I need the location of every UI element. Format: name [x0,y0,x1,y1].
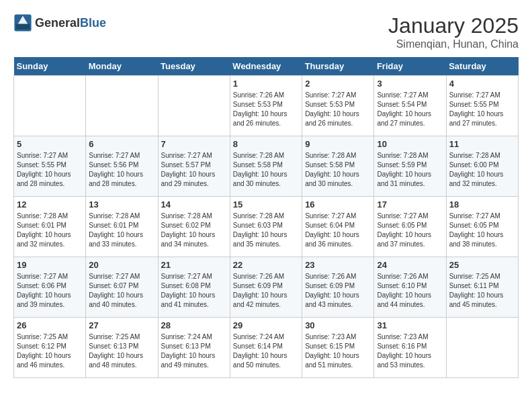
calendar-cell: 22Sunrise: 7:26 AMSunset: 6:09 PMDayligh… [230,257,302,318]
calendar-cell: 7Sunrise: 7:27 AMSunset: 5:57 PMDaylight… [158,136,230,197]
calendar-cell [86,76,158,136]
day-number: 16 [305,199,371,210]
day-number: 10 [377,139,443,149]
day-info: Sunrise: 7:24 AMSunset: 6:14 PMDaylight:… [233,332,299,370]
day-number: 19 [17,260,83,270]
day-info: Sunrise: 7:25 AMSunset: 6:13 PMDaylight:… [89,332,154,370]
calendar-cell: 11Sunrise: 7:28 AMSunset: 6:00 PMDayligh… [446,136,518,197]
day-number: 24 [377,260,443,270]
day-info: Sunrise: 7:27 AMSunset: 6:06 PMDaylight:… [17,272,83,310]
day-number: 30 [305,320,371,330]
day-info: Sunrise: 7:26 AMSunset: 6:09 PMDaylight:… [305,272,371,310]
day-info: Sunrise: 7:24 AMSunset: 6:13 PMDaylight:… [161,332,227,370]
day-number: 5 [17,139,83,149]
day-number: 7 [161,139,227,149]
calendar-cell: 23Sunrise: 7:26 AMSunset: 6:09 PMDayligh… [302,257,374,318]
calendar-cell: 12Sunrise: 7:28 AMSunset: 6:01 PMDayligh… [14,197,86,257]
day-number: 31 [377,320,443,330]
day-number: 26 [17,320,83,330]
day-info: Sunrise: 7:23 AMSunset: 6:16 PMDaylight:… [377,332,443,370]
day-number: 27 [89,320,154,330]
day-number: 25 [449,260,515,270]
calendar-cell: 10Sunrise: 7:28 AMSunset: 5:59 PMDayligh… [374,136,446,197]
day-info: Sunrise: 7:28 AMSunset: 6:01 PMDaylight:… [89,212,154,249]
day-number: 14 [161,199,227,210]
calendar-cell: 14Sunrise: 7:28 AMSunset: 6:02 PMDayligh… [158,197,230,257]
calendar-cell: 2Sunrise: 7:27 AMSunset: 5:53 PMDaylight… [302,76,374,136]
calendar-cell: 4Sunrise: 7:27 AMSunset: 5:55 PMDaylight… [446,76,518,136]
weekday-header: Wednesday [230,57,302,76]
day-info: Sunrise: 7:28 AMSunset: 5:58 PMDaylight:… [233,151,299,189]
calendar-cell: 18Sunrise: 7:27 AMSunset: 6:05 PMDayligh… [446,197,518,257]
day-number: 29 [233,320,299,330]
calendar-cell: 21Sunrise: 7:27 AMSunset: 6:08 PMDayligh… [158,257,230,318]
calendar-cell [158,76,230,136]
calendar-cell: 17Sunrise: 7:27 AMSunset: 6:05 PMDayligh… [374,197,446,257]
day-info: Sunrise: 7:28 AMSunset: 6:01 PMDaylight:… [17,212,83,249]
weekday-header: Monday [86,57,158,76]
calendar-cell: 25Sunrise: 7:25 AMSunset: 6:11 PMDayligh… [446,257,518,318]
day-info: Sunrise: 7:25 AMSunset: 6:11 PMDaylight:… [449,272,515,310]
day-info: Sunrise: 7:27 AMSunset: 6:07 PMDaylight:… [89,272,154,310]
location-title: Simenqian, Hunan, China [388,38,519,50]
calendar-cell: 24Sunrise: 7:26 AMSunset: 6:10 PMDayligh… [374,257,446,318]
calendar-cell [446,318,518,378]
day-info: Sunrise: 7:26 AMSunset: 6:10 PMDaylight:… [377,272,443,310]
logo-blue: Blue [80,16,106,30]
day-info: Sunrise: 7:26 AMSunset: 6:09 PMDaylight:… [233,272,299,310]
calendar-cell: 1Sunrise: 7:26 AMSunset: 5:53 PMDaylight… [230,76,302,136]
logo: General Blue [13,13,106,32]
calendar-cell: 27Sunrise: 7:25 AMSunset: 6:13 PMDayligh… [86,318,158,378]
day-info: Sunrise: 7:27 AMSunset: 6:04 PMDaylight:… [305,212,371,249]
day-number: 22 [233,260,299,270]
month-title: January 2025 [388,13,519,38]
day-info: Sunrise: 7:27 AMSunset: 5:57 PMDaylight:… [161,151,227,189]
day-info: Sunrise: 7:27 AMSunset: 5:53 PMDaylight:… [305,91,371,128]
day-info: Sunrise: 7:27 AMSunset: 6:05 PMDaylight:… [377,212,443,249]
day-number: 11 [449,139,515,149]
calendar-cell: 8Sunrise: 7:28 AMSunset: 5:58 PMDaylight… [230,136,302,197]
day-number: 18 [449,199,515,210]
day-number: 2 [305,79,371,89]
day-number: 13 [89,199,154,210]
weekday-header: Friday [374,57,446,76]
calendar-cell: 16Sunrise: 7:27 AMSunset: 6:04 PMDayligh… [302,197,374,257]
logo-icon [13,13,32,32]
day-number: 3 [377,79,443,89]
day-number: 20 [89,260,154,270]
calendar-cell: 9Sunrise: 7:28 AMSunset: 5:58 PMDaylight… [302,136,374,197]
calendar-cell: 3Sunrise: 7:27 AMSunset: 5:54 PMDaylight… [374,76,446,136]
day-info: Sunrise: 7:27 AMSunset: 5:55 PMDaylight:… [17,151,83,189]
day-info: Sunrise: 7:28 AMSunset: 6:02 PMDaylight:… [161,212,227,249]
day-info: Sunrise: 7:28 AMSunset: 6:00 PMDaylight:… [449,151,515,189]
day-number: 9 [305,139,371,149]
calendar-cell: 29Sunrise: 7:24 AMSunset: 6:14 PMDayligh… [230,318,302,378]
calendar-cell: 30Sunrise: 7:23 AMSunset: 6:15 PMDayligh… [302,318,374,378]
calendar-table: SundayMondayTuesdayWednesdayThursdayFrid… [13,57,519,378]
day-number: 23 [305,260,371,270]
day-info: Sunrise: 7:27 AMSunset: 5:54 PMDaylight:… [377,91,443,128]
day-info: Sunrise: 7:27 AMSunset: 6:05 PMDaylight:… [449,212,515,249]
calendar-cell [14,76,86,136]
page-header: General Blue January 2025 Simenqian, Hun… [13,13,519,50]
calendar-cell: 26Sunrise: 7:25 AMSunset: 6:12 PMDayligh… [14,318,86,378]
day-info: Sunrise: 7:26 AMSunset: 5:53 PMDaylight:… [233,91,299,128]
calendar-cell: 6Sunrise: 7:27 AMSunset: 5:56 PMDaylight… [86,136,158,197]
day-info: Sunrise: 7:27 AMSunset: 6:08 PMDaylight:… [161,272,227,310]
weekday-header: Saturday [446,57,518,76]
weekday-header: Tuesday [158,57,230,76]
calendar-cell: 20Sunrise: 7:27 AMSunset: 6:07 PMDayligh… [86,257,158,318]
day-info: Sunrise: 7:27 AMSunset: 5:55 PMDaylight:… [449,91,515,128]
day-info: Sunrise: 7:28 AMSunset: 5:58 PMDaylight:… [305,151,371,189]
day-number: 17 [377,199,443,210]
day-info: Sunrise: 7:23 AMSunset: 6:15 PMDaylight:… [305,332,371,370]
weekday-header: Thursday [302,57,374,76]
calendar-cell: 15Sunrise: 7:28 AMSunset: 6:03 PMDayligh… [230,197,302,257]
day-info: Sunrise: 7:25 AMSunset: 6:12 PMDaylight:… [17,332,83,370]
calendar-cell: 13Sunrise: 7:28 AMSunset: 6:01 PMDayligh… [86,197,158,257]
day-number: 1 [233,79,299,89]
calendar-cell: 31Sunrise: 7:23 AMSunset: 6:16 PMDayligh… [374,318,446,378]
calendar-cell: 19Sunrise: 7:27 AMSunset: 6:06 PMDayligh… [14,257,86,318]
day-number: 4 [449,79,515,89]
day-number: 8 [233,139,299,149]
